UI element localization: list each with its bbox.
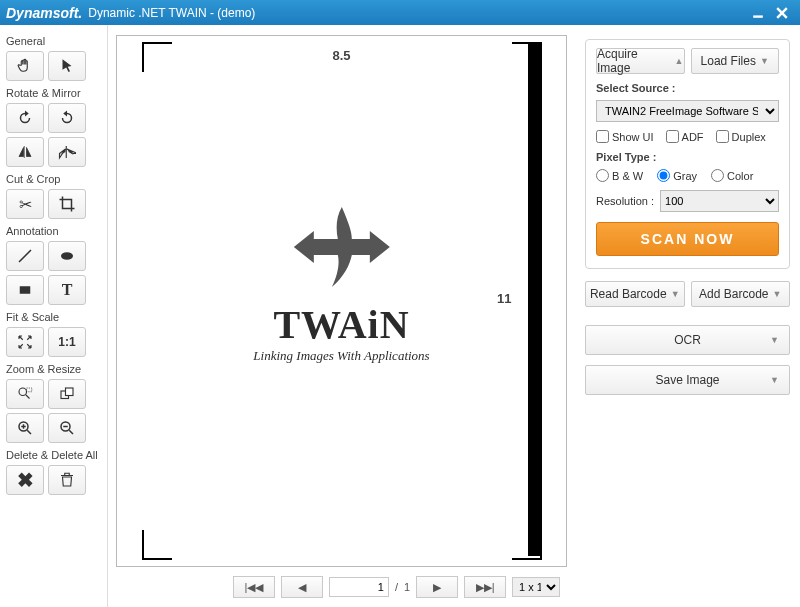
resolution-label: Resolution : <box>596 195 654 207</box>
line-annotation-button[interactable] <box>6 241 44 271</box>
svg-line-12 <box>27 430 31 434</box>
pager: |◀◀ ◀ / 1 ▶ ▶▶| 1 x 1 <box>226 573 567 601</box>
scan-edge <box>528 42 542 556</box>
chevron-down-icon: ▼ <box>770 375 779 385</box>
mirror-vertical-button[interactable] <box>48 137 86 167</box>
group-fit: Fit & Scale <box>6 311 101 323</box>
crop-button[interactable] <box>48 189 86 219</box>
svg-line-3 <box>19 250 31 262</box>
delete-button[interactable]: ✖ <box>6 465 44 495</box>
add-barcode-button[interactable]: Add Barcode▼ <box>691 281 791 307</box>
show-ui-checkbox[interactable]: Show UI <box>596 130 654 143</box>
text-annotation-button[interactable]: T <box>48 275 86 305</box>
chevron-down-icon: ▼ <box>772 289 781 299</box>
chevron-up-icon: ▲ <box>675 56 684 66</box>
group-zoom: Zoom & Resize <box>6 363 101 375</box>
rotate-cw-button[interactable] <box>6 103 44 133</box>
chevron-down-icon: ▼ <box>671 289 680 299</box>
scan-now-button[interactable]: SCAN NOW <box>596 222 779 256</box>
image-canvas[interactable]: 8.5 11 TWAiN Linking Images With Applica… <box>116 35 567 567</box>
resize-button[interactable] <box>48 379 86 409</box>
crop-mark-tl <box>142 42 172 72</box>
bw-radio[interactable]: B & W <box>596 169 643 182</box>
delete-all-button[interactable] <box>48 465 86 495</box>
duplex-checkbox[interactable]: Duplex <box>716 130 766 143</box>
last-page-button[interactable]: ▶▶| <box>464 576 506 598</box>
mirror-horizontal-button[interactable] <box>6 137 44 167</box>
zoom-out-button[interactable] <box>48 413 86 443</box>
rotate-ccw-button[interactable] <box>48 103 86 133</box>
rect-annotation-button[interactable] <box>6 275 44 305</box>
page-total: 1 <box>404 581 410 593</box>
page-preview: 8.5 11 TWAiN Linking Images With Applica… <box>142 42 542 560</box>
right-panel: Acquire Image▲ Load Files▼ Select Source… <box>575 25 800 607</box>
svg-rect-10 <box>66 388 74 396</box>
svg-rect-5 <box>20 286 31 294</box>
acquire-panel: Acquire Image▲ Load Files▼ Select Source… <box>585 39 790 269</box>
group-cut: Cut & Crop <box>6 173 101 185</box>
zoom-region-button[interactable] <box>6 379 44 409</box>
brand-logo: Dynamsoft. <box>6 5 82 21</box>
read-barcode-button[interactable]: Read Barcode▼ <box>585 281 685 307</box>
tool-sidebar: General Rotate & Mirror Cut & Crop ✂ Ann… <box>0 25 108 607</box>
next-page-button[interactable]: ▶ <box>416 576 458 598</box>
load-files-button[interactable]: Load Files▼ <box>691 48 780 74</box>
twain-tagline: Linking Images With Applications <box>253 348 429 364</box>
svg-rect-8 <box>27 388 32 392</box>
acquire-image-button[interactable]: Acquire Image▲ <box>596 48 685 74</box>
center-panel: 8.5 11 TWAiN Linking Images With Applica… <box>108 25 575 607</box>
save-image-button[interactable]: Save Image▼ <box>585 365 790 395</box>
chevron-down-icon: ▼ <box>760 56 769 66</box>
color-radio[interactable]: Color <box>711 169 753 182</box>
crop-mark-bl <box>142 530 172 560</box>
page-width-label: 8.5 <box>332 48 350 63</box>
adf-checkbox[interactable]: ADF <box>666 130 704 143</box>
prev-page-button[interactable]: ◀ <box>281 576 323 598</box>
ellipse-annotation-button[interactable] <box>48 241 86 271</box>
zoom-in-button[interactable] <box>6 413 44 443</box>
pointer-tool[interactable] <box>48 51 86 81</box>
svg-point-4 <box>61 252 73 260</box>
actual-size-button[interactable]: 1:1 <box>48 327 86 357</box>
fit-window-button[interactable] <box>6 327 44 357</box>
svg-point-6 <box>19 388 27 396</box>
gray-radio[interactable]: Gray <box>657 169 697 182</box>
hand-tool[interactable] <box>6 51 44 81</box>
resolution-select[interactable]: 100 <box>660 190 779 212</box>
pixel-type-label: Pixel Type : <box>596 151 779 163</box>
page-sep: / <box>395 581 398 593</box>
arrows-icon <box>292 197 392 297</box>
first-page-button[interactable]: |◀◀ <box>233 576 275 598</box>
window-title: Dynamic .NET TWAIN - (demo) <box>88 6 255 20</box>
twain-name: TWAiN <box>253 301 429 348</box>
titlebar: Dynamsoft. Dynamic .NET TWAIN - (demo) <box>0 0 800 25</box>
select-source-label: Select Source : <box>596 82 779 94</box>
svg-line-16 <box>69 430 73 434</box>
twain-logo: TWAiN Linking Images With Applications <box>253 197 429 364</box>
svg-line-7 <box>26 395 30 399</box>
grid-select[interactable]: 1 x 1 <box>512 577 560 597</box>
minimize-button[interactable] <box>746 4 770 22</box>
group-rotate: Rotate & Mirror <box>6 87 101 99</box>
close-button[interactable] <box>770 4 794 22</box>
group-annotation: Annotation <box>6 225 101 237</box>
cut-button[interactable]: ✂ <box>6 189 44 219</box>
page-height-label: 11 <box>497 291 511 306</box>
chevron-down-icon: ▼ <box>770 335 779 345</box>
group-delete: Delete & Delete All <box>6 449 101 461</box>
group-general: General <box>6 35 101 47</box>
ocr-button[interactable]: OCR▼ <box>585 325 790 355</box>
page-number-input[interactable] <box>329 577 389 597</box>
source-select[interactable]: TWAIN2 FreeImage Software Scanner <box>596 100 779 122</box>
